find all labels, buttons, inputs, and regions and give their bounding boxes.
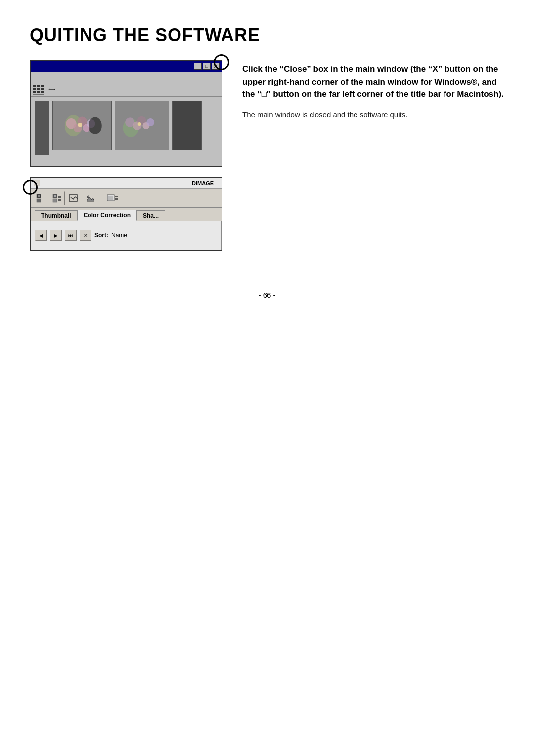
mac-toolbar	[31, 189, 222, 208]
svg-rect-23	[69, 195, 77, 201]
windows-title-bar: _ □ X	[31, 61, 222, 72]
nav-back-button[interactable]: ◀	[35, 230, 47, 241]
mac-tool-2[interactable]	[50, 191, 65, 205]
maximize-button[interactable]: □	[203, 63, 211, 70]
page-number: - 66 -	[30, 291, 504, 299]
thumbnail-flowers-1	[52, 101, 112, 150]
windows-screenshot: _ □ X ⟺	[30, 60, 222, 167]
svg-point-24	[87, 196, 89, 198]
mac-tool-5[interactable]	[104, 191, 121, 205]
mac-screenshot: DiMAGE	[30, 177, 222, 251]
svg-point-8	[78, 123, 82, 127]
thumbnail-left	[35, 101, 49, 155]
mac-tool-3[interactable]	[66, 191, 81, 205]
svg-rect-21	[53, 199, 57, 202]
windows-menu-bar	[31, 72, 222, 82]
svg-rect-18	[37, 199, 41, 202]
windows-content	[31, 97, 222, 166]
screenshots-column: _ □ X ⟺	[30, 60, 222, 251]
svg-rect-22	[54, 195, 56, 197]
sort-value: Name	[111, 232, 127, 239]
close-button-circle-annotation	[214, 54, 229, 70]
windows-toolbar: ⟺	[31, 82, 222, 97]
svg-point-7	[89, 117, 101, 134]
delete-button[interactable]: ✕	[80, 230, 91, 241]
mac-window-title: DiMAGE	[43, 180, 219, 186]
svg-point-15	[147, 118, 155, 126]
nav-skip-button[interactable]: ⏭	[65, 230, 77, 241]
svg-point-16	[138, 122, 141, 126]
minimize-button[interactable]: _	[194, 63, 202, 70]
toolbar-grid-icon[interactable]	[33, 84, 44, 95]
svg-rect-19	[38, 195, 40, 197]
tab-color-correction[interactable]: Color Correction	[77, 210, 137, 221]
instruction-main-text: Click the “Close” box in the main window…	[242, 63, 504, 101]
instruction-description: The main window is closed and the softwa…	[242, 109, 504, 121]
mac-tab-content: ◀ ▶ ⏭ ✕ Sort: Name	[31, 221, 222, 250]
instructions-column: Click the “Close” box in the main window…	[242, 60, 504, 121]
thumbnail-dark	[172, 101, 202, 150]
mac-tabs-bar: Thumbnail Color Correction Sha...	[31, 208, 222, 221]
thumbnail-flowers-2	[115, 101, 169, 150]
nav-forward-button[interactable]: ▶	[50, 230, 62, 241]
page-title: QUITING THE SOFTWARE	[30, 25, 504, 45]
tab-thumbnail[interactable]: Thumbnail	[35, 210, 78, 221]
svg-rect-26	[108, 196, 113, 200]
mac-tool-4[interactable]	[83, 191, 97, 205]
tab-sharpen[interactable]: Sha...	[136, 210, 165, 221]
mac-close-circle-annotation	[23, 180, 38, 195]
toolbar-label: ⟺	[48, 87, 55, 92]
sort-label: Sort:	[94, 232, 108, 239]
mac-title-bar: DiMAGE	[31, 178, 222, 189]
mac-tool-1[interactable]	[34, 191, 48, 205]
